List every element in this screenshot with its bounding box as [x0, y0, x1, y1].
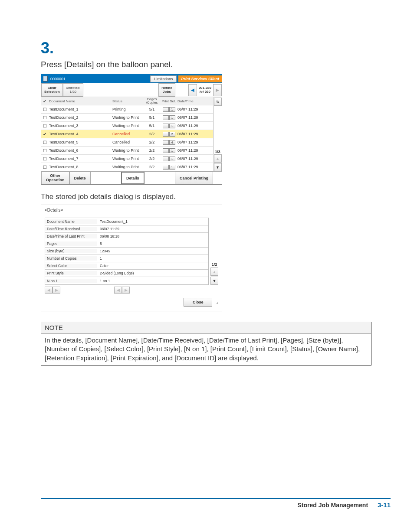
detail-label: Print Style [45, 271, 97, 275]
sides-icon [163, 124, 169, 128]
toolbar: ClearSelection Selected:1/20 RefineJobs … [41, 83, 222, 97]
details-nav-next-icon[interactable]: ▶ [53, 287, 60, 294]
detail-label: Number of Copies [45, 256, 97, 261]
row-pages: 2/2 [144, 140, 160, 144]
print-services-client-label: Print Services Client [178, 75, 222, 82]
row-pages: 5/1 [144, 115, 160, 120]
row-pages: 2/2 [144, 157, 160, 161]
scroll-up-icon[interactable]: ▲ [214, 154, 222, 163]
details-table: Document NameTestDocument_1Date/Time Rec… [45, 218, 209, 285]
detail-value: Color [97, 264, 108, 268]
row-docname: TestDocument_5 [48, 140, 112, 144]
col-document-name[interactable]: Document Name [48, 99, 112, 103]
details-scroll-down-icon[interactable]: ▼ [210, 277, 218, 285]
nav-next-icon[interactable]: ▶ [213, 84, 222, 96]
row-datetime: 06/07 11:29 [177, 115, 204, 120]
row-datetime: 06/07 11:29 [177, 157, 204, 161]
clear-selection-button[interactable]: ClearSelection [41, 83, 63, 97]
step-number: 3. [41, 39, 54, 57]
row-datetime: 06/07 11:29 [177, 140, 204, 144]
row-checkbox[interactable]: ☐ [41, 115, 48, 120]
nup-icon: 1 [169, 115, 175, 120]
sides-icon [163, 157, 169, 161]
detail-row: Select ColorColor [45, 262, 208, 270]
detail-label: Date/Time of Last Print [45, 234, 97, 238]
footer-rule [41, 498, 391, 499]
row-printset: 1 [160, 124, 177, 128]
detail-row: Pages5 [45, 240, 208, 248]
details-button[interactable]: Details [121, 172, 145, 184]
row-status: Waiting to Print [112, 165, 144, 169]
col-print-set[interactable]: Print Set. [160, 99, 177, 103]
table-row[interactable]: ☐TestDocument_7Waiting to Print2/2106/07… [41, 155, 213, 163]
table-row[interactable]: ☐TestDocument_8Waiting to Print2/2106/07… [41, 163, 213, 171]
sides-icon [163, 132, 169, 137]
detail-row: Number of Copies1 [45, 255, 208, 262]
row-datetime: 06/07 11:29 [177, 107, 204, 111]
row-checkbox[interactable]: ✔ [41, 132, 48, 137]
sides-icon [163, 148, 169, 153]
scroll-down-icon[interactable]: ▼ [214, 163, 222, 171]
step-heading: 3. [41, 39, 371, 57]
row-pages: 2/2 [144, 165, 160, 169]
row-checkbox[interactable]: ☐ [41, 124, 48, 128]
job-list-screenshot: 0000001 Limitations Print Services Clien… [41, 74, 222, 185]
detail-row: Print Style2-Sided (Long Edge) [45, 270, 208, 277]
row-docname: TestDocument_6 [48, 148, 112, 153]
col-date-time[interactable]: Date/Time [177, 99, 204, 103]
details-scroll-up-icon[interactable]: ▲ [210, 268, 218, 276]
detail-label: N on 1 [45, 279, 97, 283]
row-printset: 4 [160, 140, 177, 145]
table-row[interactable]: ✔TestDocument_4Cancelled2/2206/07 11:29 [41, 130, 213, 138]
close-button[interactable]: Close [184, 298, 213, 307]
range-label: 001-020/of 020 [197, 86, 213, 94]
table-row[interactable]: ☐TestDocument_6Waiting to Print2/2106/07… [41, 147, 213, 155]
row-checkbox[interactable]: ☐ [41, 148, 48, 153]
window-titlebar: 0000001 Limitations Print Services Clien… [41, 74, 222, 83]
row-pages: 2/2 [144, 132, 160, 136]
nav-prev-icon[interactable]: ◀ [188, 84, 197, 96]
row-docname: TestDocument_2 [48, 115, 112, 120]
footer-page-number: 3-11 [378, 501, 391, 509]
details-nav-prev-icon[interactable]: ◀ [45, 287, 53, 294]
table-row[interactable]: ☐TestDocument_5Cancelled2/2406/07 11:29 [41, 138, 213, 147]
row-printset: 1 [160, 115, 177, 120]
detail-value: 06/08 16:18 [97, 234, 119, 238]
window-icon [43, 76, 48, 82]
detail-value: 2-Sided (Long Edge) [97, 271, 134, 275]
action-bar: OtherOperation Delete Details Cancel Pri… [41, 171, 222, 184]
note-box: NOTE In the details, [Document Name], [D… [41, 322, 371, 366]
row-docname: TestDocument_1 [48, 107, 112, 111]
row-checkbox[interactable]: ☐ [41, 140, 48, 145]
note-body: In the details, [Document Name], [Date/T… [41, 333, 371, 365]
row-checkbox[interactable]: ☐ [41, 107, 48, 112]
details-value-next-icon[interactable]: ▶ [122, 287, 130, 294]
row-docname: TestDocument_7 [48, 157, 112, 161]
col-pages-copies[interactable]: Pages/Copies [144, 98, 160, 104]
table-row[interactable]: ☐TestDocument_1Printing5/1106/07 11:29 [41, 105, 213, 114]
sides-icon [163, 165, 169, 170]
refine-jobs-button[interactable]: RefineJobs [158, 83, 175, 97]
detail-value: 5 [97, 242, 102, 246]
check-all-icon[interactable]: ✔ [41, 99, 48, 104]
sides-icon [163, 107, 169, 112]
limitations-button[interactable]: Limitations [150, 75, 177, 82]
col-status[interactable]: Status [112, 99, 144, 103]
cancel-printing-button[interactable]: Cancel Printing [175, 172, 213, 184]
row-pages: 2/2 [144, 148, 160, 153]
delete-button[interactable]: Delete [69, 172, 91, 184]
row-checkbox[interactable]: ☐ [41, 157, 48, 161]
refresh-icon[interactable]: ↻ [214, 98, 222, 106]
row-status: Waiting to Print [112, 148, 144, 153]
details-value-prev-icon[interactable]: ◀ [114, 287, 122, 294]
page-nav: ◀ 001-020/of 020 ▶ [188, 83, 222, 97]
row-datetime: 06/07 11:29 [177, 132, 204, 136]
row-status: Waiting to Print [112, 124, 144, 128]
row-printset: 2 [160, 132, 177, 137]
resize-grip-icon: ⌟ [216, 300, 218, 304]
table-row[interactable]: ☐TestDocument_2Waiting to Print5/1106/07… [41, 114, 213, 122]
other-operation-button[interactable]: OtherOperation [41, 172, 69, 184]
row-status: Waiting to Print [112, 157, 144, 161]
table-row[interactable]: ☐TestDocument_3Waiting to Print5/1106/07… [41, 122, 213, 130]
row-checkbox[interactable]: ☐ [41, 165, 48, 170]
